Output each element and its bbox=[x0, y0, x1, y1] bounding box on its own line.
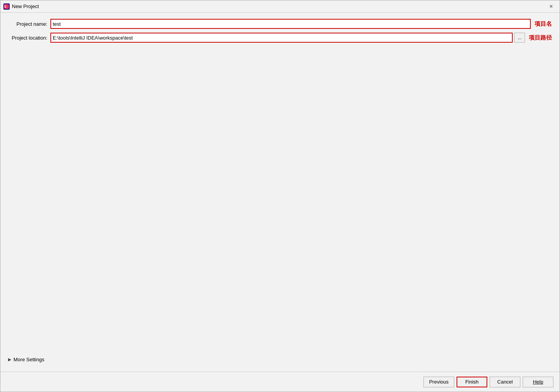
content-spacer bbox=[8, 47, 552, 354]
project-location-row: Project location: ... 项目路径 bbox=[8, 33, 552, 43]
app-icon bbox=[3, 3, 10, 10]
project-name-input-wrapper bbox=[50, 19, 531, 29]
content-area: Project name: 项目名 Project location: ... … bbox=[0, 13, 560, 372]
bottom-bar: Previous Finish Cancel Help bbox=[0, 372, 560, 392]
more-settings-arrow-icon: ▶ bbox=[8, 357, 11, 362]
browse-button[interactable]: ... bbox=[514, 33, 525, 43]
title-bar: New Project × bbox=[0, 0, 560, 13]
project-name-input[interactable] bbox=[50, 19, 531, 29]
project-location-input[interactable] bbox=[50, 33, 513, 43]
finish-button[interactable]: Finish bbox=[457, 377, 487, 387]
project-name-label: Project name: bbox=[8, 21, 50, 27]
project-name-row: Project name: 项目名 bbox=[8, 19, 552, 29]
project-location-annotation: 项目路径 bbox=[529, 34, 552, 42]
previous-button[interactable]: Previous bbox=[423, 377, 454, 387]
more-settings-label: More Settings bbox=[13, 357, 44, 362]
svg-rect-3 bbox=[5, 5, 5, 8]
close-button[interactable]: × bbox=[546, 1, 557, 12]
new-project-dialog: New Project × Project name: 项目名 Project … bbox=[0, 0, 560, 392]
dialog-title: New Project bbox=[12, 3, 546, 9]
project-location-label: Project location: bbox=[8, 35, 50, 41]
project-name-annotation: 项目名 bbox=[535, 20, 552, 28]
project-location-input-wrapper: ... bbox=[50, 33, 525, 43]
cancel-button[interactable]: Cancel bbox=[490, 377, 520, 387]
help-button[interactable]: Help bbox=[523, 377, 553, 387]
more-settings-row[interactable]: ▶ More Settings bbox=[8, 354, 552, 365]
